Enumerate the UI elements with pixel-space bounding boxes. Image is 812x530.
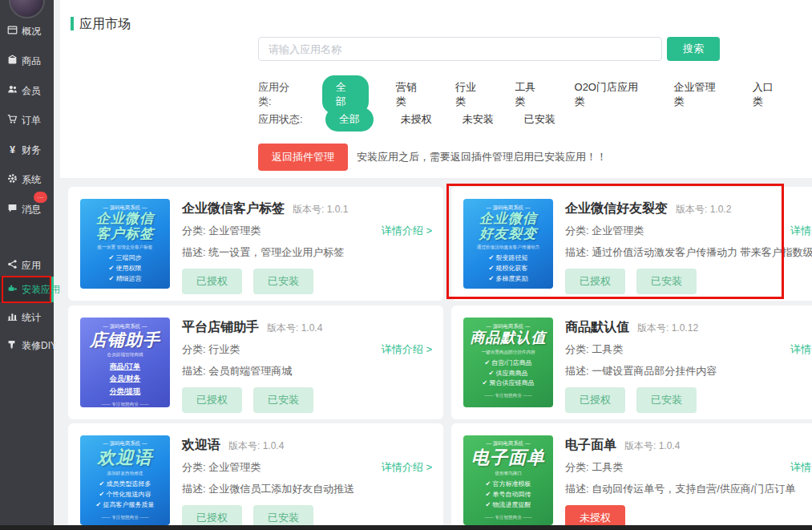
- app-description: 统一设置，管理企业用户标签: [208, 246, 344, 258]
- search-button[interactable]: 搜索: [667, 37, 720, 61]
- thumb-point: ✔ 官方标准模板: [463, 479, 553, 490]
- thumb-point: ✔ 提高客户服务质量: [80, 500, 170, 511]
- sidebar-item-finance[interactable]: ¥ 财务: [0, 139, 54, 161]
- app-name: 平台店铺助手: [182, 319, 259, 336]
- category-option[interactable]: 工具类: [515, 80, 543, 109]
- category-option[interactable]: 行业类: [455, 80, 484, 109]
- authorized-badge[interactable]: 已授权: [565, 269, 625, 294]
- version-label: 版本号:: [267, 322, 298, 334]
- status-option[interactable]: 已安装: [524, 112, 555, 127]
- sidebar-item-members[interactable]: 会员: [0, 79, 54, 102]
- status-all-pill[interactable]: 全部: [325, 107, 374, 131]
- thumb-header: — 源码电商系统 —: [472, 322, 544, 330]
- detail-link[interactable]: 详情介绍 >: [382, 460, 432, 475]
- app-version: 1.0.2: [710, 204, 732, 215]
- app-category: 企业管理类: [208, 461, 261, 473]
- status-filter-row: 应用状态: 全部 未授权 未安装 已安装: [258, 107, 586, 131]
- category-label: 分类:: [182, 225, 206, 237]
- category-option[interactable]: 企业管理类: [673, 80, 721, 109]
- thumb-subtitle: 使用菜鸟接口: [472, 470, 544, 476]
- sidebar-item-apps[interactable]: 应用: [0, 254, 54, 277]
- version-label: 版本号:: [293, 204, 324, 215]
- installed-badge[interactable]: 已安装: [636, 269, 697, 294]
- status-option[interactable]: 未授权: [401, 112, 432, 127]
- app-thumbnail: — 源码电商系统 — 店铺助手 会员前端管理商城 商品/订单 会员/财务 分类/…: [80, 318, 170, 407]
- sidebar-item-label: 订单: [22, 114, 41, 127]
- back-to-plugins-button[interactable]: 返回插件管理: [258, 144, 348, 171]
- authorized-badge[interactable]: 已授权: [182, 269, 242, 294]
- thumb-header: — 源码电商系统 —: [472, 204, 544, 211]
- thumb-point: ✔ 精细运营: [80, 274, 170, 285]
- detail-link[interactable]: 详情介绍 >: [382, 224, 432, 238]
- sidebar-item-diy[interactable]: 装修DIY: [0, 334, 54, 357]
- thumb-point: 会员/财务: [80, 373, 170, 385]
- thumb-footer: —— 专注智慧商业 ——: [89, 288, 161, 289]
- sidebar-item-messages[interactable]: 消息 …: [0, 198, 54, 220]
- cart-icon: [7, 114, 18, 127]
- detail-link[interactable]: 详情介绍 >: [382, 342, 432, 357]
- app-thumbnail: — 源码电商系统 — 电子面单 使用菜鸟接口 ✔ 官方标准模板 ✔ 单号自动回传…: [463, 435, 553, 525]
- app-version: 1.0.12: [672, 322, 698, 334]
- status-option[interactable]: 未安装: [463, 112, 494, 127]
- detail-link[interactable]: 详情介绍 >: [790, 342, 812, 357]
- app-market-panel: 应用市场 搜索 应用分类: 全部 营销类 行业类 工具类 O2O门店应用类 企业…: [60, 0, 812, 178]
- description-label: 描述:: [565, 483, 589, 495]
- sidebar-item-label: 系统: [22, 173, 41, 187]
- app-version: 1.0.4: [659, 440, 681, 451]
- hammer-icon: [7, 339, 18, 352]
- page-title: 应用市场: [79, 16, 131, 33]
- category-option[interactable]: O2O门店应用类: [575, 80, 644, 109]
- sidebar-item-goods[interactable]: 商品: [0, 50, 54, 72]
- installed-badge[interactable]: 已安装: [253, 387, 313, 413]
- app-description: 企业微信员工添加好友自动推送: [208, 483, 354, 495]
- thumb-point: ✔ 三端同步: [80, 253, 170, 264]
- detail-link[interactable]: 详情介绍 >: [790, 224, 812, 238]
- thumb-point: ✔ 物流进度提醒: [463, 500, 553, 511]
- sidebar-item-orders[interactable]: 订单: [0, 109, 54, 131]
- thumb-footer: —— 专注智慧商业 ——: [472, 288, 544, 289]
- detail-link[interactable]: 详情介绍 >: [790, 460, 812, 475]
- category-label: 分类:: [565, 225, 589, 237]
- status-filter-label: 应用状态:: [258, 112, 303, 127]
- authorized-badge[interactable]: 已授权: [565, 387, 625, 413]
- app-category: 工具类: [592, 343, 623, 355]
- thumb-point: ✔ 规模化获客: [463, 264, 553, 274]
- sidebar-item-install-apps[interactable]: 安装应用: [0, 277, 54, 302]
- authorized-badge[interactable]: 已授权: [182, 387, 242, 413]
- thumb-point: ✔ 单号自动回传: [463, 490, 553, 500]
- app-version: 1.0.1: [327, 204, 349, 215]
- thumb-header: — 源码电商系统 —: [89, 440, 161, 447]
- sidebar-item-overview[interactable]: 概况: [0, 20, 54, 42]
- install-app-icon: [7, 283, 18, 296]
- sidebar-item-stats[interactable]: 统计: [0, 306, 54, 329]
- sidebar-item-label: 概况: [22, 25, 41, 38]
- version-label: 版本号:: [637, 322, 669, 334]
- installed-badge[interactable]: 已安装: [253, 269, 313, 294]
- app-name: 电子面单: [565, 437, 616, 454]
- sidebar-item-label: 统计: [22, 311, 41, 325]
- installed-badge[interactable]: 已安装: [636, 387, 697, 413]
- thumb-title: 店铺助手: [80, 330, 170, 349]
- category-filter-label: 应用分类:: [258, 80, 300, 109]
- thumb-subtitle: 会员前端管理商城: [89, 351, 161, 358]
- gear-icon: [7, 173, 18, 186]
- app-name: 商品默认值: [565, 319, 629, 336]
- thumb-subtitle: 统一设置 管理企业客户标签: [89, 244, 161, 250]
- install-notice-text: 安装应用之后，需要返回插件管理启用已安装应用！！: [357, 150, 607, 164]
- avatar[interactable]: [9, 0, 45, 18]
- app-version: 1.0.4: [301, 322, 323, 334]
- category-option[interactable]: 入口类: [753, 80, 782, 109]
- app-description: 一键设置商品部分挂件内容: [592, 365, 717, 377]
- thumb-footer: —— 专注智慧商业 ——: [89, 401, 161, 407]
- category-option[interactable]: 营销类: [396, 80, 425, 109]
- thumb-subtitle: 一键设置商品部分挂件内容: [472, 349, 544, 355]
- thumb-point: ✔ 裂变路径短: [463, 253, 553, 264]
- sidebar-item-label: 会员: [22, 84, 41, 98]
- version-label: 版本号:: [676, 204, 707, 215]
- bar-chart-icon: [7, 311, 18, 324]
- sidebar-item-system[interactable]: 系统: [0, 168, 54, 191]
- description-label: 描述:: [182, 365, 206, 377]
- title-accent-bar: [71, 17, 74, 30]
- bottom-edge-strip: [0, 525, 812, 530]
- search-input[interactable]: [258, 37, 662, 61]
